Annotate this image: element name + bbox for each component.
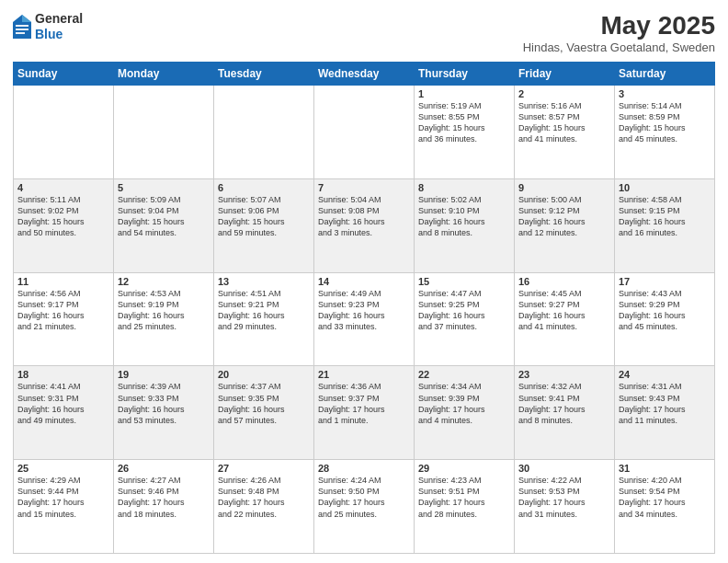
calendar-cell: 9Sunrise: 5:00 AM Sunset: 9:12 PM Daylig… bbox=[515, 178, 615, 272]
cell-info-text: Sunrise: 4:34 AM Sunset: 9:39 PM Dayligh… bbox=[418, 381, 510, 426]
header-monday: Monday bbox=[114, 63, 214, 86]
cell-date-number: 18 bbox=[17, 369, 109, 380]
logo-icon bbox=[13, 15, 31, 39]
logo-general: General bbox=[35, 11, 83, 27]
calendar-cell: 22Sunrise: 4:34 AM Sunset: 9:39 PM Dayli… bbox=[415, 366, 515, 460]
cell-date-number: 13 bbox=[218, 276, 310, 287]
page: General Blue May 2025 Hindas, Vaestra Go… bbox=[0, 0, 728, 563]
cell-info-text: Sunrise: 4:31 AM Sunset: 9:43 PM Dayligh… bbox=[619, 381, 711, 426]
cell-date-number: 25 bbox=[17, 463, 109, 474]
cell-info-text: Sunrise: 5:04 AM Sunset: 9:08 PM Dayligh… bbox=[318, 194, 410, 239]
cell-info-text: Sunrise: 5:07 AM Sunset: 9:06 PM Dayligh… bbox=[218, 194, 310, 239]
cell-date-number: 6 bbox=[218, 182, 310, 193]
cell-date-number: 28 bbox=[318, 463, 410, 474]
cell-info-text: Sunrise: 4:20 AM Sunset: 9:54 PM Dayligh… bbox=[619, 475, 711, 520]
cell-date-number: 3 bbox=[619, 88, 711, 99]
cell-info-text: Sunrise: 5:14 AM Sunset: 8:59 PM Dayligh… bbox=[619, 100, 711, 145]
calendar-cell: 14Sunrise: 4:49 AM Sunset: 9:23 PM Dayli… bbox=[314, 272, 415, 366]
cell-info-text: Sunrise: 4:43 AM Sunset: 9:29 PM Dayligh… bbox=[619, 288, 711, 333]
calendar-cell: 13Sunrise: 4:51 AM Sunset: 9:21 PM Dayli… bbox=[214, 272, 314, 366]
calendar-cell: 23Sunrise: 4:32 AM Sunset: 9:41 PM Dayli… bbox=[515, 366, 615, 460]
cell-info-text: Sunrise: 4:41 AM Sunset: 9:31 PM Dayligh… bbox=[17, 381, 109, 426]
svg-rect-2 bbox=[16, 25, 28, 27]
cell-date-number: 1 bbox=[418, 88, 510, 99]
calendar-cell: 31Sunrise: 4:20 AM Sunset: 9:54 PM Dayli… bbox=[615, 460, 715, 554]
cell-date-number: 11 bbox=[17, 276, 109, 287]
calendar-cell: 2Sunrise: 5:16 AM Sunset: 8:57 PM Daylig… bbox=[515, 86, 615, 179]
cell-date-number: 31 bbox=[619, 463, 711, 474]
week-row-5: 25Sunrise: 4:29 AM Sunset: 9:44 PM Dayli… bbox=[14, 460, 715, 554]
calendar-cell bbox=[114, 86, 214, 179]
cell-date-number: 23 bbox=[518, 369, 610, 380]
calendar-cell: 30Sunrise: 4:22 AM Sunset: 9:53 PM Dayli… bbox=[515, 460, 615, 554]
cell-info-text: Sunrise: 4:47 AM Sunset: 9:25 PM Dayligh… bbox=[418, 288, 510, 333]
calendar-cell: 3Sunrise: 5:14 AM Sunset: 8:59 PM Daylig… bbox=[615, 86, 715, 179]
header-saturday: Saturday bbox=[615, 63, 715, 86]
week-row-3: 11Sunrise: 4:56 AM Sunset: 9:17 PM Dayli… bbox=[14, 272, 715, 366]
week-row-4: 18Sunrise: 4:41 AM Sunset: 9:31 PM Dayli… bbox=[14, 366, 715, 460]
cell-info-text: Sunrise: 4:53 AM Sunset: 9:19 PM Dayligh… bbox=[118, 288, 210, 333]
calendar-cell: 18Sunrise: 4:41 AM Sunset: 9:31 PM Dayli… bbox=[14, 366, 114, 460]
calendar-table: Sunday Monday Tuesday Wednesday Thursday… bbox=[13, 62, 715, 554]
calendar-cell: 6Sunrise: 5:07 AM Sunset: 9:06 PM Daylig… bbox=[214, 178, 314, 272]
calendar-cell: 19Sunrise: 4:39 AM Sunset: 9:33 PM Dayli… bbox=[114, 366, 214, 460]
week-row-2: 4Sunrise: 5:11 AM Sunset: 9:02 PM Daylig… bbox=[14, 178, 715, 272]
cell-date-number: 17 bbox=[619, 276, 711, 287]
cell-info-text: Sunrise: 4:39 AM Sunset: 9:33 PM Dayligh… bbox=[118, 381, 210, 426]
cell-date-number: 8 bbox=[418, 182, 510, 193]
cell-info-text: Sunrise: 5:02 AM Sunset: 9:10 PM Dayligh… bbox=[418, 194, 510, 239]
calendar-cell: 5Sunrise: 5:09 AM Sunset: 9:04 PM Daylig… bbox=[114, 178, 214, 272]
calendar-cell: 20Sunrise: 4:37 AM Sunset: 9:35 PM Dayli… bbox=[214, 366, 314, 460]
cell-info-text: Sunrise: 4:37 AM Sunset: 9:35 PM Dayligh… bbox=[218, 381, 310, 426]
cell-date-number: 12 bbox=[118, 276, 210, 287]
week-row-1: 1Sunrise: 5:19 AM Sunset: 8:55 PM Daylig… bbox=[14, 86, 715, 179]
header-thursday: Thursday bbox=[415, 63, 515, 86]
cell-date-number: 22 bbox=[418, 369, 510, 380]
cell-info-text: Sunrise: 4:26 AM Sunset: 9:48 PM Dayligh… bbox=[218, 475, 310, 520]
cell-info-text: Sunrise: 4:49 AM Sunset: 9:23 PM Dayligh… bbox=[318, 288, 410, 333]
cell-info-text: Sunrise: 4:29 AM Sunset: 9:44 PM Dayligh… bbox=[17, 475, 109, 520]
cell-date-number: 10 bbox=[619, 182, 711, 193]
cell-date-number: 14 bbox=[318, 276, 410, 287]
cell-info-text: Sunrise: 4:32 AM Sunset: 9:41 PM Dayligh… bbox=[518, 381, 610, 426]
cell-date-number: 21 bbox=[318, 369, 410, 380]
calendar-cell: 1Sunrise: 5:19 AM Sunset: 8:55 PM Daylig… bbox=[415, 86, 515, 179]
cell-info-text: Sunrise: 4:22 AM Sunset: 9:53 PM Dayligh… bbox=[518, 475, 610, 520]
month-title: May 2025 bbox=[523, 11, 715, 40]
calendar-cell: 21Sunrise: 4:36 AM Sunset: 9:37 PM Dayli… bbox=[314, 366, 415, 460]
weekday-header-row: Sunday Monday Tuesday Wednesday Thursday… bbox=[14, 63, 715, 86]
cell-info-text: Sunrise: 4:45 AM Sunset: 9:27 PM Dayligh… bbox=[518, 288, 610, 333]
location-title: Hindas, Vaestra Goetaland, Sweden bbox=[523, 40, 715, 54]
cell-date-number: 15 bbox=[418, 276, 510, 287]
logo-text: General Blue bbox=[35, 11, 83, 42]
cell-info-text: Sunrise: 4:56 AM Sunset: 9:17 PM Dayligh… bbox=[17, 288, 109, 333]
calendar-cell: 29Sunrise: 4:23 AM Sunset: 9:51 PM Dayli… bbox=[415, 460, 515, 554]
cell-date-number: 4 bbox=[17, 182, 109, 193]
calendar-cell: 24Sunrise: 4:31 AM Sunset: 9:43 PM Dayli… bbox=[615, 366, 715, 460]
logo-blue: Blue bbox=[35, 27, 83, 42]
calendar-cell: 27Sunrise: 4:26 AM Sunset: 9:48 PM Dayli… bbox=[214, 460, 314, 554]
title-section: May 2025 Hindas, Vaestra Goetaland, Swed… bbox=[523, 11, 715, 54]
cell-date-number: 29 bbox=[418, 463, 510, 474]
calendar-cell bbox=[214, 86, 314, 179]
calendar-cell: 17Sunrise: 4:43 AM Sunset: 9:29 PM Dayli… bbox=[615, 272, 715, 366]
cell-date-number: 7 bbox=[318, 182, 410, 193]
cell-date-number: 2 bbox=[518, 88, 610, 99]
cell-date-number: 16 bbox=[518, 276, 610, 287]
cell-info-text: Sunrise: 5:11 AM Sunset: 9:02 PM Dayligh… bbox=[17, 194, 109, 239]
header-friday: Friday bbox=[515, 63, 615, 86]
cell-info-text: Sunrise: 5:09 AM Sunset: 9:04 PM Dayligh… bbox=[118, 194, 210, 239]
cell-date-number: 9 bbox=[518, 182, 610, 193]
calendar-cell bbox=[314, 86, 415, 179]
header-wednesday: Wednesday bbox=[314, 63, 415, 86]
header-tuesday: Tuesday bbox=[214, 63, 314, 86]
svg-rect-3 bbox=[16, 29, 28, 30]
calendar-cell: 12Sunrise: 4:53 AM Sunset: 9:19 PM Dayli… bbox=[114, 272, 214, 366]
cell-info-text: Sunrise: 4:58 AM Sunset: 9:15 PM Dayligh… bbox=[619, 194, 711, 239]
cell-info-text: Sunrise: 4:36 AM Sunset: 9:37 PM Dayligh… bbox=[318, 381, 410, 426]
cell-info-text: Sunrise: 5:19 AM Sunset: 8:55 PM Dayligh… bbox=[418, 100, 510, 145]
calendar-cell: 16Sunrise: 4:45 AM Sunset: 9:27 PM Dayli… bbox=[515, 272, 615, 366]
calendar-cell: 4Sunrise: 5:11 AM Sunset: 9:02 PM Daylig… bbox=[14, 178, 114, 272]
cell-date-number: 5 bbox=[118, 182, 210, 193]
calendar-cell bbox=[14, 86, 114, 179]
